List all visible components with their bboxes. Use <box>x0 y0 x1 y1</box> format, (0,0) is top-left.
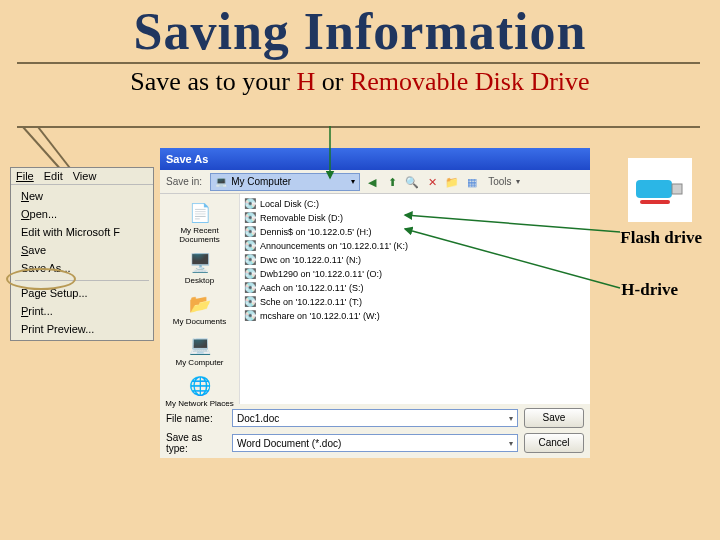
file-menu-dropdown: File Edit View New Open... Edit with Mic… <box>10 167 154 341</box>
dialog-title: Save As <box>166 153 208 165</box>
drive-icon: 💽 <box>244 197 256 211</box>
subtitle-rdd: Removable Disk Drive <box>350 67 590 96</box>
search-icon[interactable]: 🔍 <box>404 174 420 190</box>
rule-top <box>17 62 700 64</box>
rule-bottom <box>17 126 700 128</box>
chevron-down-icon: ▾ <box>509 414 513 423</box>
saveastype-label: Save as type: <box>166 432 226 454</box>
svg-rect-3 <box>672 184 682 194</box>
save-as-dialog: Save As Save in: 💻 My Computer ▾ ◀ ⬆ 🔍 ✕… <box>160 148 590 458</box>
file-name[interactable]: Removable Disk (D:) <box>260 211 343 225</box>
file-name[interactable]: Dwc on '10.122.0.11' (N:) <box>260 253 361 267</box>
menu-edit[interactable]: Edit <box>44 170 63 182</box>
place-desktop[interactable]: 🖥️Desktop <box>160 248 239 287</box>
computer-icon: 💻 <box>215 176 227 187</box>
savein-dropdown[interactable]: 💻 My Computer ▾ <box>210 173 360 191</box>
place-label: Desktop <box>185 276 214 285</box>
list-item: 💽Local Disk (C:) <box>244 197 586 211</box>
chevron-down-icon: ▾ <box>351 177 355 186</box>
place-recent[interactable]: 📄My Recent Documents <box>160 198 239 246</box>
flash-drive-image <box>628 158 692 222</box>
netdrive-icon: 💽 <box>244 239 256 253</box>
file-list[interactable]: 💽Local Disk (C:) 💽Removable Disk (D:) 💽D… <box>240 194 590 404</box>
place-label: My Recent Documents <box>160 226 239 244</box>
place-network[interactable]: 🌐My Network Places <box>160 371 239 410</box>
saveastype-value: Word Document (*.doc) <box>237 438 341 449</box>
dialog-toolbar: Save in: 💻 My Computer ▾ ◀ ⬆ 🔍 ✕ 📁 ▦ Too… <box>160 170 590 194</box>
recent-icon: 📄 <box>186 200 214 226</box>
menu-file[interactable]: File <box>16 170 34 182</box>
list-item: 💽Dennis$ on '10.122.0.5' (H:) <box>244 225 586 239</box>
place-label: My Computer <box>175 358 223 367</box>
list-item: 💽Dwc on '10.122.0.11' (N:) <box>244 253 586 267</box>
highlight-oval <box>6 268 76 290</box>
menu-item-print-preview[interactable]: Print Preview... <box>11 320 153 338</box>
up-icon[interactable]: ⬆ <box>384 174 400 190</box>
menu-item-print[interactable]: Print... <box>11 302 153 320</box>
desktop-icon: 🖥️ <box>186 250 214 276</box>
savein-label: Save in: <box>166 176 202 187</box>
menu-item-open[interactable]: Open... <box>11 205 153 223</box>
subtitle-text: to your <box>209 67 296 96</box>
slide-title: Saving Information <box>0 0 720 61</box>
place-label: My Documents <box>173 317 226 326</box>
list-item: 💽Removable Disk (D:) <box>244 211 586 225</box>
network-icon: 🌐 <box>186 373 214 399</box>
menu-item-edit-with[interactable]: Edit with Microsoft F <box>11 223 153 241</box>
save-button[interactable]: Save <box>524 408 584 428</box>
menu-item-save[interactable]: Save <box>11 241 153 259</box>
file-name[interactable]: Aach on '10.122.0.11' (S:) <box>260 281 364 295</box>
back-icon[interactable]: ◀ <box>364 174 380 190</box>
file-name[interactable]: Sche on '10.122.0.11' (T:) <box>260 295 362 309</box>
place-label: My Network Places <box>165 399 233 408</box>
saveastype-field[interactable]: Word Document (*.doc)▾ <box>232 434 518 452</box>
menu-item-new[interactable]: New <box>11 187 153 205</box>
drive-icon: 💽 <box>244 211 256 225</box>
filename-value: Doc1.doc <box>237 413 279 424</box>
netdrive-icon: 💽 <box>244 295 256 309</box>
chevron-down-icon: ▾ <box>516 177 520 186</box>
netdrive-icon: 💽 <box>244 267 256 281</box>
chevron-down-icon: ▾ <box>509 439 513 448</box>
flash-drive-label: Flash drive <box>620 228 702 248</box>
dialog-bottom: File name: Doc1.doc▾ Save Save as type: … <box>160 404 590 458</box>
file-name[interactable]: Local Disk (C:) <box>260 197 319 211</box>
tools-dropdown[interactable]: Tools <box>488 176 511 187</box>
netdrive-icon: 💽 <box>244 225 256 239</box>
subtitle: Save as to your H or Removable Disk Driv… <box>0 67 720 97</box>
subtitle-saveas: Save as <box>130 67 209 96</box>
file-name[interactable]: Announcements on '10.122.0.11' (K:) <box>260 239 408 253</box>
menu-view[interactable]: View <box>73 170 97 182</box>
netdrive-icon: 💽 <box>244 253 256 267</box>
netdrive-icon: 💽 <box>244 309 256 323</box>
new-folder-icon[interactable]: 📁 <box>444 174 460 190</box>
places-bar: 📄My Recent Documents 🖥️Desktop 📂My Docum… <box>160 194 240 404</box>
place-documents[interactable]: 📂My Documents <box>160 289 239 328</box>
list-item: 💽Aach on '10.122.0.11' (S:) <box>244 281 586 295</box>
svg-rect-2 <box>636 180 672 198</box>
list-item: 💽Announcements on '10.122.0.11' (K:) <box>244 239 586 253</box>
cancel-button[interactable]: Cancel <box>524 433 584 453</box>
svg-rect-4 <box>640 200 670 204</box>
menubar: File Edit View <box>11 168 153 185</box>
subtitle-h: H <box>296 67 315 96</box>
file-name[interactable]: Dennis$ on '10.122.0.5' (H:) <box>260 225 372 239</box>
computer-icon: 💻 <box>186 332 214 358</box>
list-item: 💽Sche on '10.122.0.11' (T:) <box>244 295 586 309</box>
netdrive-icon: 💽 <box>244 281 256 295</box>
file-name[interactable]: Dwb1290 on '10.122.0.11' (O:) <box>260 267 382 281</box>
views-icon[interactable]: ▦ <box>464 174 480 190</box>
list-item: 💽Dwb1290 on '10.122.0.11' (O:) <box>244 267 586 281</box>
savein-value: My Computer <box>231 176 291 187</box>
documents-icon: 📂 <box>186 291 214 317</box>
list-item: 💽mcshare on '10.122.0.11' (W:) <box>244 309 586 323</box>
filename-label: File name: <box>166 413 226 424</box>
h-drive-label: H-drive <box>621 280 678 300</box>
place-computer[interactable]: 💻My Computer <box>160 330 239 369</box>
delete-icon[interactable]: ✕ <box>424 174 440 190</box>
dialog-titlebar: Save As <box>160 148 590 170</box>
file-name[interactable]: mcshare on '10.122.0.11' (W:) <box>260 309 380 323</box>
filename-field[interactable]: Doc1.doc▾ <box>232 409 518 427</box>
subtitle-or: or <box>315 67 350 96</box>
